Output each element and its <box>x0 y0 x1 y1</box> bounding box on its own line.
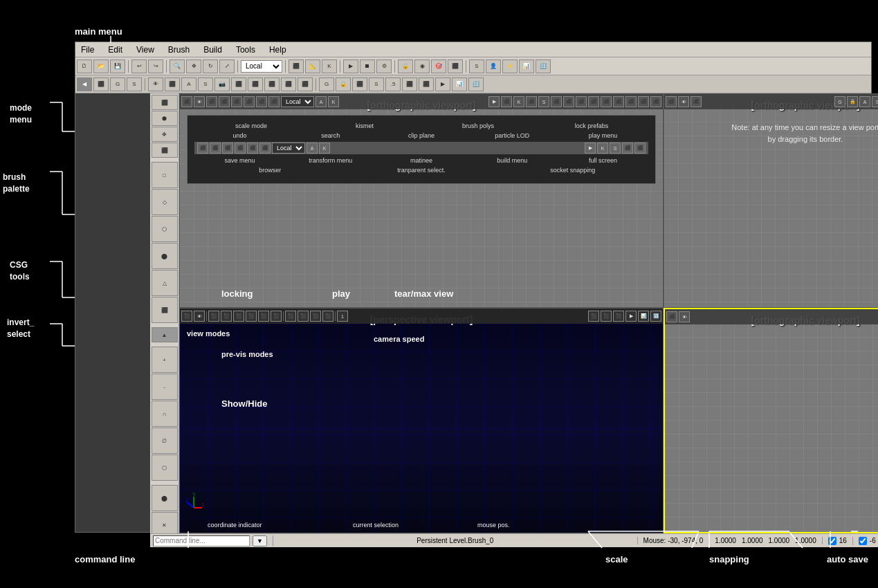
tb2-btn-10[interactable]: ⬛ <box>231 77 246 91</box>
csg-add[interactable]: + <box>152 347 178 373</box>
tb2-btn-6[interactable]: ⬛ <box>165 77 180 91</box>
tb2-btn-20[interactable]: ⬛ <box>402 77 417 91</box>
side-brush-4[interactable]: ⬤ <box>152 243 178 269</box>
vp-bl-btn1[interactable]: ⬛ <box>181 311 192 322</box>
tb2-btn-23[interactable]: 📊 <box>452 77 467 91</box>
vp-tr-btn5[interactable]: 🔒 <box>847 96 858 107</box>
menu-brush[interactable]: Brush <box>165 45 192 55</box>
csg-intersect[interactable]: ∩ <box>152 401 178 427</box>
popup-tb-btn9[interactable]: ▶ <box>585 143 596 154</box>
tb2-btn-12[interactable]: ⬛ <box>264 77 280 91</box>
popup-tb-btn2[interactable]: ⬛ <box>210 143 221 154</box>
command-input[interactable] <box>153 535 250 546</box>
tb2-btn-13[interactable]: ⬛ <box>281 77 296 91</box>
vp-tl-coord[interactable]: Local <box>281 96 314 107</box>
vp-bl-view4[interactable]: ⬛ <box>246 311 257 322</box>
vp-bl-end3[interactable]: ⬛ <box>613 311 624 322</box>
move-btn[interactable]: ✥ <box>186 59 201 73</box>
side-scroll[interactable]: ▲ <box>152 327 178 342</box>
vp-tl-btn23[interactable]: ⬛ <box>638 96 649 107</box>
undo-btn[interactable]: ↩ <box>131 59 147 73</box>
tb2-btn-5[interactable]: 👁 <box>148 77 163 91</box>
vp-tl-btn1[interactable]: ⬛ <box>181 96 192 107</box>
side-brush-6[interactable]: ⬛ <box>152 297 178 323</box>
vp-tr-btn2[interactable]: 👁 <box>678 96 689 107</box>
vp-tl-btn4[interactable]: ⬛ <box>219 96 230 107</box>
vp-tr-btn4[interactable]: G <box>834 96 845 107</box>
menu-build[interactable]: Build <box>201 45 225 55</box>
side-mode-2[interactable]: ⬢ <box>152 111 178 126</box>
menu-help[interactable]: Help <box>266 45 289 55</box>
tb2-btn-17[interactable]: ⬛ <box>352 77 367 91</box>
new-btn[interactable]: 🗋 <box>77 59 92 73</box>
tb-btn-2[interactable]: 📐 <box>305 59 320 73</box>
side-mode-3[interactable]: ✥ <box>152 127 178 142</box>
menu-view[interactable]: View <box>134 45 157 55</box>
side-brush-1[interactable]: □ <box>152 162 178 188</box>
popup-coord[interactable]: Local <box>272 143 305 154</box>
vp-tr-btn1[interactable]: ⬛ <box>666 96 677 107</box>
csg-special[interactable]: ⬡ <box>152 454 178 481</box>
tb-btn-1[interactable]: ⬛ <box>289 59 304 73</box>
vp-tl-btn19[interactable]: ⬛ <box>588 96 599 107</box>
snap-cb2[interactable] <box>859 537 867 545</box>
tb2-btn-7[interactable]: A <box>181 77 196 91</box>
invert-btn-2[interactable]: ✕ <box>152 512 178 533</box>
vp-tl-btn11[interactable]: ▶ <box>488 96 500 107</box>
csg-deintersect[interactable]: ∅ <box>152 428 178 454</box>
tb2-btn-9[interactable]: 📷 <box>214 77 230 91</box>
menu-tools[interactable]: Tools <box>233 45 258 55</box>
vp-tl-btn3[interactable]: ⬛ <box>206 96 217 107</box>
menu-file[interactable]: File <box>78 45 97 55</box>
tb2-btn-19[interactable]: .5 <box>385 77 401 91</box>
vp-tr-btn6[interactable]: A <box>859 96 870 107</box>
vp-tl-btn7[interactable]: ⬛ <box>256 96 267 107</box>
tb2-btn-1[interactable]: ◀ <box>77 77 92 91</box>
vp-bl-end5[interactable]: 📊 <box>638 311 649 322</box>
vp-bl-speed[interactable]: 1 <box>337 311 348 322</box>
tb2-btn-14[interactable]: ⬛ <box>298 77 313 91</box>
vp-bl-view1[interactable]: ⬛ <box>208 311 219 322</box>
open-btn[interactable]: 📂 <box>93 59 109 73</box>
side-brush-3[interactable]: ⬡ <box>152 216 178 242</box>
tb2-btn-16[interactable]: 🔒 <box>336 77 351 91</box>
tb2-btn-3[interactable]: G <box>110 77 125 91</box>
vp-tr-btn3[interactable]: ⬛ <box>690 96 702 107</box>
vp-tl-btn16[interactable]: ⬛ <box>551 96 562 107</box>
vp-tl-btn10[interactable]: K <box>328 96 339 107</box>
vp-bl-view3[interactable]: ⬛ <box>233 311 244 322</box>
vp-tl-btn6[interactable]: ⬛ <box>244 96 255 107</box>
vp-tl-btn18[interactable]: ⬛ <box>576 96 587 107</box>
command-go[interactable]: ▼ <box>253 535 267 546</box>
tb2-btn-15[interactable]: G <box>319 77 334 91</box>
popup-tb-btn1[interactable]: ⬛ <box>197 143 208 154</box>
viewport-bottom-left[interactable]: ⬛ 👁 ⬛ ⬛ ⬛ ⬛ ⬛ ⬛ ⬛ ⬛ ⬛ ⬛ 1 ⬛ ⬛ ⬛ ▶ <box>179 308 664 533</box>
vp-bl-end2[interactable]: ⬛ <box>601 311 612 322</box>
vp-tl-btn9[interactable]: A <box>315 96 327 107</box>
vp-tl-btn20[interactable]: ⬛ <box>601 96 612 107</box>
tb-btn-8[interactable]: ◉ <box>414 59 430 73</box>
popup-tb-btn13[interactable]: ⬛ <box>634 143 646 154</box>
tb-btn-9[interactable]: 🎯 <box>431 59 446 73</box>
tb-btn-11[interactable]: S <box>469 59 484 73</box>
csg-sub[interactable]: - <box>152 374 178 400</box>
menu-edit[interactable]: Edit <box>105 45 125 55</box>
popup-tb-btn12[interactable]: ⬛ <box>622 143 633 154</box>
tb-btn-3[interactable]: K <box>322 59 337 73</box>
side-brush-5[interactable]: △ <box>152 270 178 296</box>
side-mode-4[interactable]: ⬛ <box>152 143 178 158</box>
tb-btn-12[interactable]: 👤 <box>486 59 501 73</box>
rotate-btn[interactable]: ↻ <box>203 59 218 73</box>
side-mode-1[interactable]: ⬛ <box>152 95 178 110</box>
vp-bl-previs2[interactable]: ⬛ <box>298 311 309 322</box>
snap-cb1[interactable] <box>828 537 836 545</box>
vp-tl-btn17[interactable]: ⬛ <box>563 96 574 107</box>
tb-btn-6[interactable]: ⚙ <box>376 59 392 73</box>
popup-tb-btn4[interactable]: ⬛ <box>235 143 246 154</box>
vp-tl-btn15[interactable]: S <box>538 96 549 107</box>
popup-tb-btn7[interactable]: A <box>307 143 318 154</box>
vp-bl-previs1[interactable]: ⬛ <box>285 311 296 322</box>
vp-tl-btn14[interactable]: ⬛ <box>526 96 537 107</box>
tb2-btn-4[interactable]: S <box>127 77 142 91</box>
search-btn[interactable]: 🔍 <box>170 59 185 73</box>
